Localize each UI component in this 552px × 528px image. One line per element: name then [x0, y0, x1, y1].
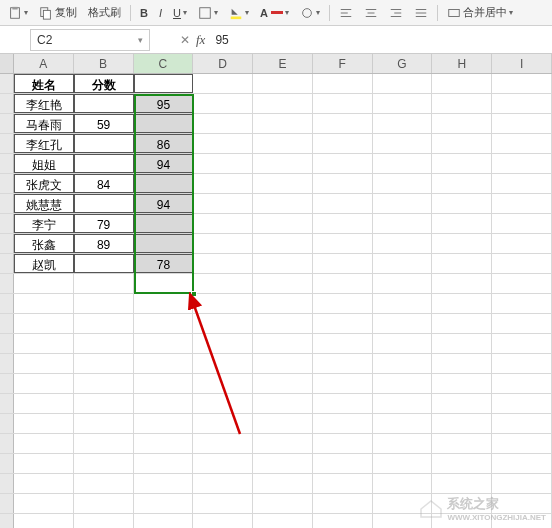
border-button[interactable]: ▾: [194, 4, 222, 22]
cell[interactable]: [74, 314, 134, 333]
cell-score-c[interactable]: [134, 114, 194, 133]
row-header[interactable]: [0, 154, 14, 173]
cell[interactable]: [253, 494, 313, 513]
cell[interactable]: [253, 454, 313, 473]
row-header[interactable]: [0, 454, 14, 473]
cell[interactable]: [193, 374, 253, 393]
cell[interactable]: [134, 274, 194, 293]
cell[interactable]: [313, 214, 373, 233]
cell[interactable]: [253, 334, 313, 353]
cell[interactable]: [373, 334, 433, 353]
row-header[interactable]: [0, 434, 14, 453]
cell[interactable]: [492, 414, 552, 433]
highlight-button[interactable]: ▾: [296, 4, 324, 22]
row-header[interactable]: [0, 214, 14, 233]
cell[interactable]: [432, 254, 492, 273]
cell[interactable]: [14, 314, 74, 333]
row-header[interactable]: [0, 194, 14, 213]
cell[interactable]: [74, 334, 134, 353]
cell[interactable]: [373, 274, 433, 293]
cell[interactable]: [313, 454, 373, 473]
cell[interactable]: [373, 154, 433, 173]
cell[interactable]: [253, 194, 313, 213]
cell[interactable]: [74, 274, 134, 293]
cell[interactable]: [313, 434, 373, 453]
cell[interactable]: [253, 314, 313, 333]
cell[interactable]: [193, 414, 253, 433]
cell[interactable]: [253, 274, 313, 293]
row-header[interactable]: [0, 354, 14, 373]
cell[interactable]: [134, 354, 194, 373]
cell[interactable]: [313, 194, 373, 213]
col-header-c[interactable]: C: [134, 54, 194, 73]
cell[interactable]: [253, 474, 313, 493]
cell[interactable]: [193, 114, 253, 133]
cell[interactable]: [313, 254, 373, 273]
cell[interactable]: [313, 294, 373, 313]
cell[interactable]: [14, 494, 74, 513]
row-header[interactable]: [0, 174, 14, 193]
cell[interactable]: [193, 174, 253, 193]
cell-name[interactable]: 李红艳: [14, 94, 74, 113]
select-all-corner[interactable]: [0, 54, 14, 73]
cell[interactable]: [373, 74, 433, 93]
cell[interactable]: [193, 334, 253, 353]
cell[interactable]: [193, 194, 253, 213]
copy-button[interactable]: 复制: [35, 3, 81, 22]
cell[interactable]: [492, 274, 552, 293]
cell[interactable]: [14, 434, 74, 453]
cell-score-c[interactable]: [134, 174, 194, 193]
cell[interactable]: [313, 414, 373, 433]
cell[interactable]: [253, 434, 313, 453]
col-header-d[interactable]: D: [193, 54, 253, 73]
cell[interactable]: [313, 374, 373, 393]
cell[interactable]: [253, 294, 313, 313]
format-painter-button[interactable]: 格式刷: [84, 3, 125, 22]
cell-score-b[interactable]: [74, 94, 134, 113]
cell-score-b[interactable]: [74, 134, 134, 153]
cell-score-b[interactable]: [74, 154, 134, 173]
cell[interactable]: [14, 414, 74, 433]
cell[interactable]: [134, 514, 194, 528]
cell[interactable]: [313, 94, 373, 113]
cell[interactable]: [313, 114, 373, 133]
cell[interactable]: [253, 114, 313, 133]
cell[interactable]: [432, 454, 492, 473]
bold-button[interactable]: B: [136, 5, 152, 21]
cell[interactable]: [492, 214, 552, 233]
cell[interactable]: [193, 234, 253, 253]
cell[interactable]: [432, 354, 492, 373]
cell-score-c[interactable]: 94: [134, 194, 194, 213]
cell[interactable]: [193, 94, 253, 113]
cell[interactable]: [74, 434, 134, 453]
cell[interactable]: [313, 514, 373, 528]
cell[interactable]: [193, 494, 253, 513]
col-header-b[interactable]: B: [74, 54, 134, 73]
cell[interactable]: [492, 94, 552, 113]
cell[interactable]: [193, 274, 253, 293]
cell[interactable]: [432, 474, 492, 493]
cell[interactable]: [373, 454, 433, 473]
cell-score-c[interactable]: 86: [134, 134, 194, 153]
row-header[interactable]: [0, 474, 14, 493]
cell[interactable]: [134, 334, 194, 353]
cell-name[interactable]: 姐姐: [14, 154, 74, 173]
cell[interactable]: [313, 354, 373, 373]
cell[interactable]: [193, 394, 253, 413]
cell[interactable]: [492, 194, 552, 213]
cell[interactable]: [193, 474, 253, 493]
formula-input[interactable]: [211, 31, 491, 49]
row-header[interactable]: [0, 494, 14, 513]
cell-score-b[interactable]: 89: [74, 234, 134, 253]
cell[interactable]: [253, 354, 313, 373]
cell[interactable]: [432, 374, 492, 393]
cell[interactable]: [432, 214, 492, 233]
cell[interactable]: [134, 434, 194, 453]
cell[interactable]: [492, 374, 552, 393]
cell[interactable]: [134, 414, 194, 433]
cell[interactable]: [134, 374, 194, 393]
cell[interactable]: [373, 214, 433, 233]
cell[interactable]: [373, 234, 433, 253]
cell-score-c[interactable]: 94: [134, 154, 194, 173]
row-header[interactable]: [0, 254, 14, 273]
